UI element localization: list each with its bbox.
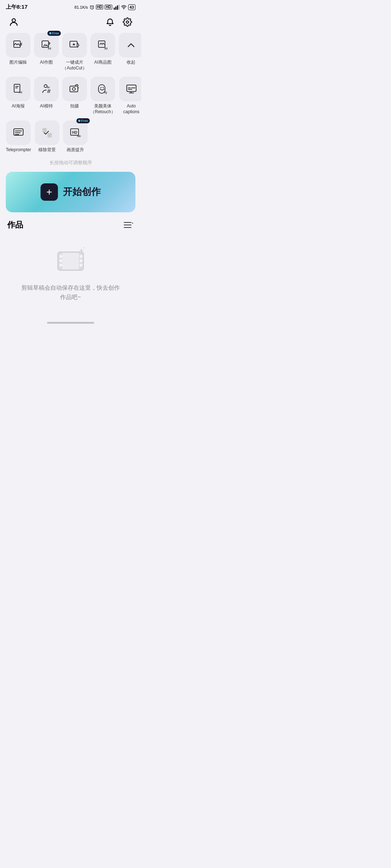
- svg-text:AI: AI: [48, 47, 51, 50]
- tool-label-collapse: 收起: [127, 60, 135, 65]
- svg-rect-4: [118, 5, 119, 10]
- tool-label-remove-bg: 移除背景: [38, 147, 56, 153]
- svg-rect-38: [59, 255, 62, 258]
- battery: 43: [128, 4, 135, 10]
- ai-poster-icon: AI: [12, 83, 24, 95]
- tool-label-teleprompter: Teleprompter: [6, 147, 31, 153]
- status-bar: 上午8:17 81.1K/s HD HD 43: [0, 0, 141, 13]
- create-plus-icon: +: [41, 183, 58, 201]
- profile-button[interactable]: [7, 16, 20, 29]
- img-edit-icon: [12, 39, 24, 51]
- bell-icon: [105, 17, 115, 27]
- status-right: 81.1K/s HD HD 43: [75, 4, 135, 10]
- create-banner[interactable]: + 开始创作: [6, 172, 135, 212]
- top-right-actions: [104, 16, 134, 29]
- tool-ai-draw[interactable]: Free AI AI作图: [34, 33, 59, 71]
- tool-icon-collapse: [119, 33, 141, 58]
- create-plus-symbol: +: [46, 187, 52, 197]
- hd-enhance-icon: HD HD: [70, 127, 81, 139]
- tools-grid: 图片编辑 Free AI AI作图: [0, 33, 141, 153]
- tool-retouch[interactable]: iQ 美颜美体（Retouch）: [91, 77, 115, 115]
- sort-icon: [124, 221, 134, 229]
- retouch-icon: iQ: [97, 83, 109, 95]
- svg-rect-3: [117, 5, 118, 10]
- tool-remove-bg[interactable]: 移除背景: [35, 120, 59, 153]
- tool-icon-img-edit: [6, 33, 30, 58]
- settings-icon: [123, 17, 132, 27]
- tool-label-ai-poster: AI海报: [12, 103, 24, 109]
- tool-collapse[interactable]: 收起: [119, 33, 141, 71]
- create-label: 开始创作: [63, 186, 101, 198]
- camera-icon: [69, 83, 80, 95]
- tool-hd-enhance[interactable]: Free HD HD 画质提升: [63, 120, 88, 153]
- top-bar: [0, 13, 141, 33]
- tool-icon-retouch: iQ: [91, 77, 115, 101]
- svg-rect-25: [42, 128, 47, 132]
- free-badge-ai-draw: Free: [47, 31, 61, 36]
- svg-text:iQ: iQ: [104, 91, 107, 94]
- wifi-icon: [121, 5, 127, 9]
- signal-icon: [114, 5, 119, 10]
- works-header: 作品: [7, 220, 134, 230]
- tool-label-ai-draw: AI作图: [40, 60, 52, 65]
- tool-ai-product[interactable]: AI AI商品图: [91, 33, 115, 71]
- tool-label-ai-model: AI模特: [40, 103, 52, 109]
- status-time: 上午8:17: [6, 4, 28, 10]
- svg-point-6: [12, 19, 15, 22]
- network-speed: 81.1K/s: [75, 5, 88, 9]
- alarm-icon: [89, 5, 94, 10]
- tool-label-autocut: 一键成片（AutoCut）: [62, 60, 87, 71]
- collapse-icon: [125, 39, 137, 51]
- tool-icon-ai-model: AI: [34, 77, 59, 101]
- svg-rect-40: [59, 264, 62, 267]
- autocut-icon: [69, 39, 80, 51]
- user-icon: [9, 17, 19, 27]
- svg-rect-17: [70, 86, 78, 92]
- home-indicator: [0, 316, 141, 327]
- empty-state: 剪辑草稿会自动保存在这里，快去创作 作品吧~: [7, 238, 134, 316]
- ai-draw-icon: AI: [41, 39, 52, 51]
- svg-text:AI: AI: [47, 86, 50, 89]
- tool-icon-ai-product: AI: [91, 33, 115, 58]
- svg-rect-42: [80, 259, 83, 262]
- film-empty-icon: [54, 245, 87, 277]
- tool-ai-model[interactable]: AI AI模特: [34, 77, 59, 115]
- empty-text: 剪辑草稿会自动保存在这里，快去创作 作品吧~: [18, 283, 123, 302]
- teleprompter-icon: [13, 127, 24, 139]
- home-bar: [47, 322, 94, 324]
- svg-rect-28: [47, 133, 52, 137]
- drag-hint: 长按拖动可调整顺序: [0, 155, 141, 172]
- tool-label-camera: 拍摄: [70, 103, 79, 109]
- tools-row-2: AI AI海报 AI AI模特: [6, 77, 135, 115]
- svg-rect-41: [80, 255, 83, 258]
- remove-bg-icon: [41, 127, 53, 139]
- svg-point-18: [72, 88, 75, 90]
- tool-img-edit[interactable]: 图片编辑: [6, 33, 30, 71]
- svg-rect-23: [127, 85, 136, 92]
- tool-teleprompter[interactable]: Teleprompter: [6, 120, 31, 153]
- svg-point-7: [126, 21, 129, 24]
- tool-autocut[interactable]: 一键成片（AutoCut）: [62, 33, 87, 71]
- tool-ai-poster[interactable]: AI AI海报: [6, 77, 30, 115]
- tool-icon-remove-bg: [35, 120, 59, 145]
- tool-icon-camera: [62, 77, 87, 101]
- settings-button[interactable]: [121, 16, 134, 29]
- tool-icon-ai-draw: Free AI: [34, 33, 59, 58]
- svg-rect-2: [115, 7, 116, 10]
- svg-point-21: [103, 87, 104, 88]
- svg-text:HD: HD: [72, 131, 77, 135]
- svg-rect-43: [80, 264, 83, 267]
- tools-row-1: 图片编辑 Free AI AI作图: [6, 33, 135, 71]
- tool-auto-captions[interactable]: Auto captions: [119, 77, 141, 115]
- tool-label-ai-product: AI商品图: [94, 60, 111, 65]
- notification-button[interactable]: [104, 16, 117, 29]
- hd-badge: HD: [96, 5, 103, 9]
- tool-camera[interactable]: 拍摄: [62, 77, 87, 115]
- tool-icon-hd-enhance: Free HD HD: [63, 120, 88, 145]
- sort-button[interactable]: [124, 221, 134, 229]
- tool-icon-ai-poster: AI: [6, 77, 30, 101]
- svg-rect-1: [114, 8, 115, 10]
- tool-label-hd-enhance: 画质提升: [67, 147, 84, 153]
- free-badge-hd: Free: [76, 118, 90, 123]
- tool-icon-teleprompter: [6, 120, 31, 145]
